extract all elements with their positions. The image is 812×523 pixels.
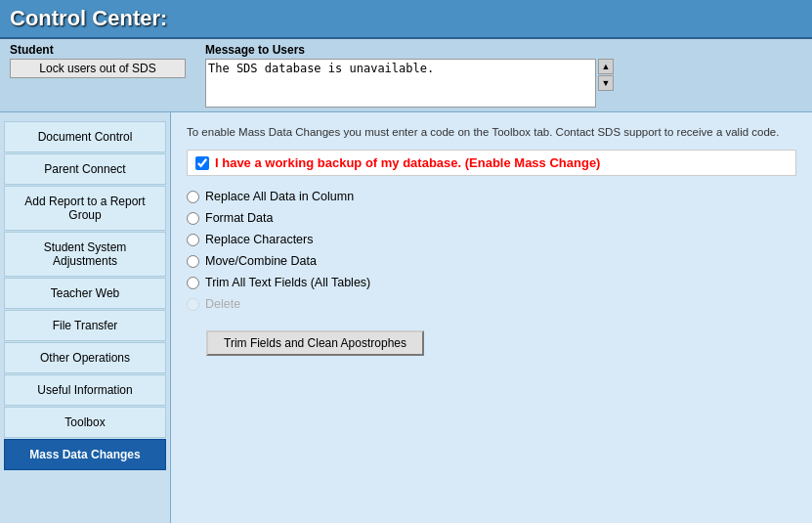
- sidebar-item-document-control[interactable]: Document Control: [4, 121, 166, 153]
- header: Control Center:: [0, 0, 812, 39]
- sidebar: Document Control Parent Connect Add Repo…: [0, 112, 171, 523]
- backup-checkbox[interactable]: [195, 156, 209, 170]
- radio-replace-all-input[interactable]: [187, 191, 199, 203]
- student-label: Student: [10, 43, 186, 57]
- radio-replace-all-label: Replace All Data in Column: [205, 190, 354, 203]
- info-text: To enable Mass Data Changes you must ent…: [187, 124, 796, 140]
- backup-checkbox-label: I have a working backup of my database. …: [215, 155, 600, 170]
- radio-trim-all: Trim All Text Fields (All Tables): [187, 276, 796, 289]
- main-layout: Document Control Parent Connect Add Repo…: [0, 112, 812, 523]
- radio-format-data: Format Data: [187, 211, 796, 225]
- radio-replace-chars-label: Replace Characters: [205, 233, 313, 246]
- radio-format-data-input[interactable]: [187, 212, 199, 225]
- radio-move-combine-label: Move/Combine Data: [205, 254, 317, 268]
- message-section: Message to Users ▲ ▼: [205, 43, 614, 108]
- radio-delete-input: [187, 298, 199, 311]
- sidebar-item-student-system[interactable]: Student System Adjustments: [4, 232, 166, 277]
- sidebar-item-toolbox[interactable]: Toolbox: [4, 407, 166, 438]
- sidebar-item-parent-connect[interactable]: Parent Connect: [4, 153, 166, 185]
- radio-delete-label: Delete: [205, 297, 240, 311]
- scrollbar: ▲ ▼: [598, 59, 614, 91]
- radio-move-combine: Move/Combine Data: [187, 254, 796, 268]
- sidebar-item-useful-info[interactable]: Useful Information: [4, 374, 166, 406]
- sidebar-item-teacher-web[interactable]: Teacher Web: [4, 278, 166, 309]
- radio-replace-all: Replace All Data in Column: [187, 190, 796, 203]
- sidebar-item-mass-data[interactable]: Mass Data Changes: [4, 439, 166, 470]
- operation-radio-group: Replace All Data in Column Format Data R…: [187, 190, 796, 311]
- radio-trim-all-input[interactable]: [187, 277, 199, 289]
- scroll-up-btn[interactable]: ▲: [598, 59, 614, 74]
- radio-format-data-label: Format Data: [205, 211, 273, 225]
- app-title: Control Center:: [10, 6, 802, 31]
- radio-delete: Delete: [187, 297, 796, 311]
- top-bar: Student Lock users out of SDS Message to…: [0, 39, 812, 112]
- student-section: Student Lock users out of SDS: [10, 43, 186, 78]
- content-area: To enable Mass Data Changes you must ent…: [171, 112, 812, 523]
- message-label: Message to Users: [205, 43, 614, 57]
- radio-replace-chars: Replace Characters: [187, 233, 796, 246]
- backup-checkbox-row: I have a working backup of my database. …: [187, 150, 796, 176]
- trim-fields-button[interactable]: Trim Fields and Clean Apostrophes: [206, 330, 424, 356]
- radio-replace-chars-input[interactable]: [187, 234, 199, 246]
- sidebar-item-file-transfer[interactable]: File Transfer: [4, 310, 166, 341]
- sidebar-item-add-report[interactable]: Add Report to a Report Group: [4, 186, 166, 231]
- radio-move-combine-input[interactable]: [187, 255, 199, 268]
- scroll-down-btn[interactable]: ▼: [598, 75, 614, 91]
- sidebar-item-other-operations[interactable]: Other Operations: [4, 342, 166, 373]
- radio-trim-all-label: Trim All Text Fields (All Tables): [205, 276, 370, 289]
- message-textarea[interactable]: [205, 59, 596, 108]
- lock-users-button[interactable]: Lock users out of SDS: [10, 59, 186, 78]
